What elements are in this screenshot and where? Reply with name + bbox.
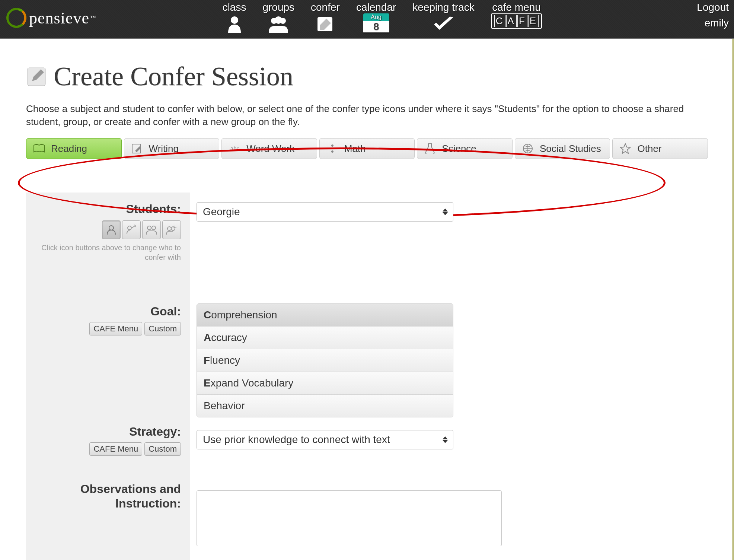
divide-icon: [326, 142, 339, 155]
svg-point-11: [331, 150, 334, 153]
svg-rect-10: [329, 148, 336, 149]
confer-shared-button[interactable]: [122, 220, 141, 239]
nav-confer-label: confer: [311, 1, 340, 13]
confer-type-helper: Click icon buttons above to change who t…: [35, 243, 181, 262]
goal-source-buttons: CAFE Menu Custom: [35, 322, 181, 335]
svg-point-2: [231, 16, 238, 24]
logout-link[interactable]: Logout: [697, 1, 729, 13]
tab-reading-label: Reading: [51, 143, 87, 155]
select-caret-icon: [443, 436, 448, 443]
nav-cafe-menu[interactable]: cafe menu CAFE: [491, 1, 542, 34]
select-caret-icon: [443, 209, 448, 215]
username-link[interactable]: emily: [705, 17, 729, 29]
svg-point-15: [147, 226, 151, 230]
nav-cafe-label: cafe menu: [492, 1, 541, 13]
goal-accuracy[interactable]: Accuracy: [197, 326, 453, 349]
confer-group-button[interactable]: [142, 220, 161, 239]
label-strategy: Strategy:: [35, 425, 181, 439]
goal-expand-vocab[interactable]: Expand Vocabulary: [197, 372, 453, 394]
tab-math-label: Math: [344, 143, 366, 155]
checkmark-icon: [432, 14, 455, 34]
strategy-select-value: Use prior knowledge to connect with text: [203, 434, 390, 446]
student-select[interactable]: Georgie: [197, 202, 453, 222]
cafe-icon: CAFE: [491, 13, 542, 29]
tab-social[interactable]: Social Studies: [515, 138, 610, 159]
observations-textarea[interactable]: [197, 490, 502, 546]
nav-confer[interactable]: confer: [311, 1, 340, 34]
svg-point-5: [275, 16, 282, 24]
goal-behavior[interactable]: Behavior: [197, 394, 453, 417]
group-outline-icon: [146, 224, 157, 235]
calendar-icon: Aug 8: [363, 13, 389, 34]
page-body: Create Confer Session Choose a subject a…: [0, 39, 734, 560]
confer-single-button[interactable]: [102, 220, 121, 239]
fields-column: Georgie Comprehension Accuracy Fluency E…: [190, 192, 708, 560]
abc-icon: abc: [228, 142, 241, 155]
strategy-source-buttons: CAFE Menu Custom: [35, 442, 181, 456]
svg-point-16: [152, 226, 156, 230]
star-icon: [619, 142, 632, 155]
labels-column: Students: Click icon buttons above to ch…: [26, 192, 190, 560]
tab-reading[interactable]: Reading: [26, 138, 122, 159]
label-observations: Observations and Instruction:: [35, 482, 181, 510]
svg-point-9: [331, 144, 334, 147]
compose-icon: [314, 14, 337, 34]
nav-keeping-track[interactable]: keeping track: [412, 1, 475, 34]
group-plus-icon: [166, 224, 178, 235]
label-students: Students:: [35, 202, 181, 216]
label-goal: Goal:: [35, 305, 181, 318]
tab-other[interactable]: Other: [612, 138, 708, 159]
goal-fluency[interactable]: Fluency: [197, 349, 453, 372]
pencil-paper-icon: [130, 142, 144, 155]
person-outline-icon: [106, 224, 117, 235]
page-title-text: Create Confer Session: [54, 61, 293, 92]
nav-class[interactable]: class: [223, 1, 246, 34]
person-icon: [223, 14, 246, 34]
trademark: ™: [90, 15, 96, 21]
tab-math[interactable]: Math: [319, 138, 415, 159]
tab-writing-label: Writing: [149, 143, 179, 155]
nav-class-label: class: [223, 1, 246, 13]
nav-calendar-label: calendar: [356, 1, 396, 13]
student-select-value: Georgie: [203, 206, 240, 218]
goal-list: Comprehension Accuracy Fluency Expand Vo…: [197, 303, 453, 417]
strategy-select[interactable]: Use prior knowledge to connect with text: [197, 430, 453, 449]
logo-icon: [5, 7, 28, 29]
page-title: Create Confer Session: [26, 61, 708, 92]
group-icon: [267, 14, 290, 34]
subject-tabs: Reading Writing abc Word Work Math Scien…: [26, 138, 708, 159]
tab-social-label: Social Studies: [540, 143, 601, 155]
brand-name: pensieve: [29, 9, 89, 28]
svg-point-14: [128, 226, 131, 230]
nav-groups[interactable]: groups: [262, 1, 294, 34]
brand-logo[interactable]: pensieve™: [5, 7, 96, 29]
goal-comprehension[interactable]: Comprehension: [197, 304, 453, 326]
confer-type-buttons: [35, 220, 181, 239]
nav-keeping-label: keeping track: [412, 1, 475, 13]
form-area: Students: Click icon buttons above to ch…: [26, 192, 708, 560]
nav-calendar[interactable]: calendar Aug 8: [356, 1, 396, 34]
nav-groups-label: groups: [262, 1, 294, 13]
top-nav-bar: pensieve™ class groups confer calendar A…: [0, 0, 734, 39]
strategy-cafe-button[interactable]: CAFE Menu: [89, 442, 142, 456]
confer-newgroup-button[interactable]: [162, 220, 181, 239]
tab-other-label: Other: [637, 143, 661, 155]
globe-icon: [521, 142, 534, 155]
goal-custom-button[interactable]: Custom: [144, 322, 181, 335]
svg-point-17: [167, 227, 171, 230]
right-edge-decoration: [732, 39, 734, 560]
goal-cafe-button[interactable]: CAFE Menu: [89, 322, 142, 335]
tab-writing[interactable]: Writing: [124, 138, 220, 159]
tab-science[interactable]: Science: [417, 138, 513, 159]
person-arrow-icon: [126, 224, 137, 235]
tab-wordwork[interactable]: abc Word Work: [221, 138, 317, 159]
svg-point-13: [109, 226, 114, 230]
flask-icon: [423, 142, 437, 155]
user-links: Logout emily: [697, 1, 729, 29]
calendar-month: Aug: [363, 13, 389, 21]
main-nav: class groups confer calendar Aug 8 ke: [223, 1, 542, 34]
page-intro: Choose a subject and student to confer w…: [26, 102, 689, 128]
book-icon: [32, 142, 46, 155]
strategy-custom-button[interactable]: Custom: [144, 442, 181, 456]
tab-wordwork-label: Word Work: [246, 143, 294, 155]
